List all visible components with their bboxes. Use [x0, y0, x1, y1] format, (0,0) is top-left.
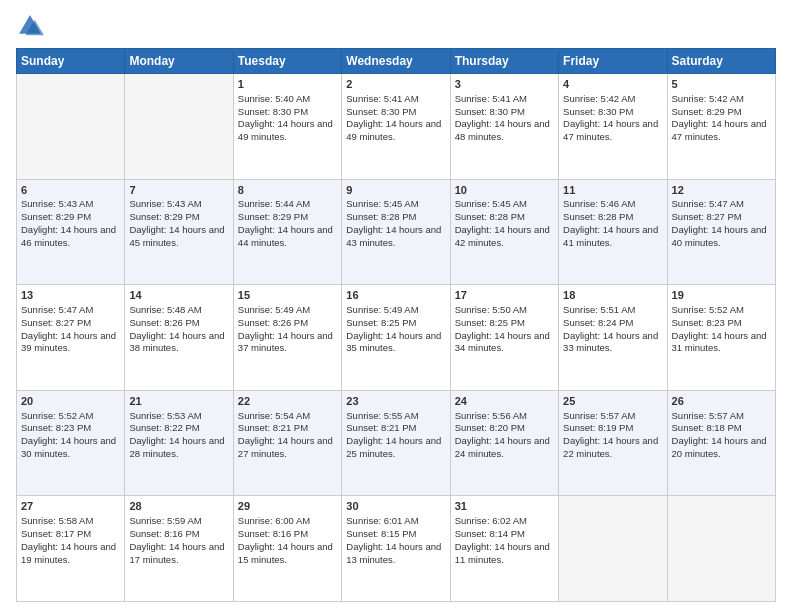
daylight-text: Daylight: 14 hours and 25 minutes. — [346, 435, 441, 459]
calendar-cell: 31Sunrise: 6:02 AMSunset: 8:14 PMDayligh… — [450, 496, 558, 602]
calendar-cell: 30Sunrise: 6:01 AMSunset: 8:15 PMDayligh… — [342, 496, 450, 602]
day-number: 6 — [21, 183, 120, 198]
sunrise-text: Sunrise: 5:57 AM — [563, 410, 635, 421]
calendar-cell: 3Sunrise: 5:41 AMSunset: 8:30 PMDaylight… — [450, 74, 558, 180]
day-number: 11 — [563, 183, 662, 198]
sunset-text: Sunset: 8:29 PM — [672, 106, 742, 117]
calendar-cell: 19Sunrise: 5:52 AMSunset: 8:23 PMDayligh… — [667, 285, 775, 391]
sunrise-text: Sunrise: 5:41 AM — [455, 93, 527, 104]
calendar-cell: 12Sunrise: 5:47 AMSunset: 8:27 PMDayligh… — [667, 179, 775, 285]
sunset-text: Sunset: 8:15 PM — [346, 528, 416, 539]
day-number: 29 — [238, 499, 337, 514]
daylight-text: Daylight: 14 hours and 45 minutes. — [129, 224, 224, 248]
daylight-text: Daylight: 14 hours and 13 minutes. — [346, 541, 441, 565]
day-number: 30 — [346, 499, 445, 514]
sunrise-text: Sunrise: 5:41 AM — [346, 93, 418, 104]
sunset-text: Sunset: 8:21 PM — [238, 422, 308, 433]
sunset-text: Sunset: 8:18 PM — [672, 422, 742, 433]
calendar-cell: 29Sunrise: 6:00 AMSunset: 8:16 PMDayligh… — [233, 496, 341, 602]
sunset-text: Sunset: 8:29 PM — [129, 211, 199, 222]
sunrise-text: Sunrise: 5:46 AM — [563, 198, 635, 209]
daylight-text: Daylight: 14 hours and 41 minutes. — [563, 224, 658, 248]
day-number: 31 — [455, 499, 554, 514]
day-number: 24 — [455, 394, 554, 409]
sunset-text: Sunset: 8:29 PM — [21, 211, 91, 222]
day-number: 8 — [238, 183, 337, 198]
sunrise-text: Sunrise: 5:44 AM — [238, 198, 310, 209]
day-number: 17 — [455, 288, 554, 303]
sunset-text: Sunset: 8:25 PM — [455, 317, 525, 328]
day-number: 20 — [21, 394, 120, 409]
calendar-cell — [559, 496, 667, 602]
daylight-text: Daylight: 14 hours and 30 minutes. — [21, 435, 116, 459]
sunset-text: Sunset: 8:24 PM — [563, 317, 633, 328]
daylight-text: Daylight: 14 hours and 38 minutes. — [129, 330, 224, 354]
sunrise-text: Sunrise: 5:52 AM — [21, 410, 93, 421]
sunset-text: Sunset: 8:28 PM — [346, 211, 416, 222]
day-number: 21 — [129, 394, 228, 409]
sunset-text: Sunset: 8:30 PM — [238, 106, 308, 117]
daylight-text: Daylight: 14 hours and 28 minutes. — [129, 435, 224, 459]
daylight-text: Daylight: 14 hours and 22 minutes. — [563, 435, 658, 459]
calendar-cell: 21Sunrise: 5:53 AMSunset: 8:22 PMDayligh… — [125, 390, 233, 496]
sunset-text: Sunset: 8:14 PM — [455, 528, 525, 539]
sunrise-text: Sunrise: 5:45 AM — [346, 198, 418, 209]
sunrise-text: Sunrise: 5:47 AM — [21, 304, 93, 315]
day-number: 14 — [129, 288, 228, 303]
daylight-text: Daylight: 14 hours and 33 minutes. — [563, 330, 658, 354]
day-header-saturday: Saturday — [667, 49, 775, 74]
daylight-text: Daylight: 14 hours and 24 minutes. — [455, 435, 550, 459]
sunset-text: Sunset: 8:21 PM — [346, 422, 416, 433]
sunrise-text: Sunrise: 5:51 AM — [563, 304, 635, 315]
sunrise-text: Sunrise: 5:52 AM — [672, 304, 744, 315]
sunset-text: Sunset: 8:28 PM — [455, 211, 525, 222]
sunset-text: Sunset: 8:28 PM — [563, 211, 633, 222]
day-header-tuesday: Tuesday — [233, 49, 341, 74]
sunset-text: Sunset: 8:25 PM — [346, 317, 416, 328]
sunrise-text: Sunrise: 5:59 AM — [129, 515, 201, 526]
calendar-cell: 27Sunrise: 5:58 AMSunset: 8:17 PMDayligh… — [17, 496, 125, 602]
sunrise-text: Sunrise: 5:40 AM — [238, 93, 310, 104]
sunrise-text: Sunrise: 5:48 AM — [129, 304, 201, 315]
sunset-text: Sunset: 8:23 PM — [672, 317, 742, 328]
calendar-cell: 14Sunrise: 5:48 AMSunset: 8:26 PMDayligh… — [125, 285, 233, 391]
daylight-text: Daylight: 14 hours and 17 minutes. — [129, 541, 224, 565]
calendar-week-row: 27Sunrise: 5:58 AMSunset: 8:17 PMDayligh… — [17, 496, 776, 602]
day-header-monday: Monday — [125, 49, 233, 74]
sunset-text: Sunset: 8:30 PM — [563, 106, 633, 117]
day-number: 3 — [455, 77, 554, 92]
day-number: 13 — [21, 288, 120, 303]
logo-icon — [16, 12, 44, 40]
day-number: 2 — [346, 77, 445, 92]
day-header-wednesday: Wednesday — [342, 49, 450, 74]
day-header-sunday: Sunday — [17, 49, 125, 74]
daylight-text: Daylight: 14 hours and 19 minutes. — [21, 541, 116, 565]
calendar-cell — [667, 496, 775, 602]
calendar-cell — [125, 74, 233, 180]
daylight-text: Daylight: 14 hours and 47 minutes. — [563, 118, 658, 142]
day-number: 26 — [672, 394, 771, 409]
calendar-cell: 4Sunrise: 5:42 AMSunset: 8:30 PMDaylight… — [559, 74, 667, 180]
day-number: 15 — [238, 288, 337, 303]
calendar-cell: 20Sunrise: 5:52 AMSunset: 8:23 PMDayligh… — [17, 390, 125, 496]
sunrise-text: Sunrise: 6:00 AM — [238, 515, 310, 526]
sunset-text: Sunset: 8:20 PM — [455, 422, 525, 433]
sunrise-text: Sunrise: 5:43 AM — [129, 198, 201, 209]
sunrise-text: Sunrise: 5:53 AM — [129, 410, 201, 421]
sunrise-text: Sunrise: 6:01 AM — [346, 515, 418, 526]
calendar-week-row: 6Sunrise: 5:43 AMSunset: 8:29 PMDaylight… — [17, 179, 776, 285]
day-number: 4 — [563, 77, 662, 92]
calendar-table: SundayMondayTuesdayWednesdayThursdayFrid… — [16, 48, 776, 602]
day-header-thursday: Thursday — [450, 49, 558, 74]
calendar-header-row: SundayMondayTuesdayWednesdayThursdayFrid… — [17, 49, 776, 74]
sunset-text: Sunset: 8:23 PM — [21, 422, 91, 433]
page: SundayMondayTuesdayWednesdayThursdayFrid… — [0, 0, 792, 612]
daylight-text: Daylight: 14 hours and 35 minutes. — [346, 330, 441, 354]
calendar-cell: 6Sunrise: 5:43 AMSunset: 8:29 PMDaylight… — [17, 179, 125, 285]
day-number: 28 — [129, 499, 228, 514]
calendar-cell: 11Sunrise: 5:46 AMSunset: 8:28 PMDayligh… — [559, 179, 667, 285]
daylight-text: Daylight: 14 hours and 31 minutes. — [672, 330, 767, 354]
daylight-text: Daylight: 14 hours and 40 minutes. — [672, 224, 767, 248]
daylight-text: Daylight: 14 hours and 39 minutes. — [21, 330, 116, 354]
day-header-friday: Friday — [559, 49, 667, 74]
